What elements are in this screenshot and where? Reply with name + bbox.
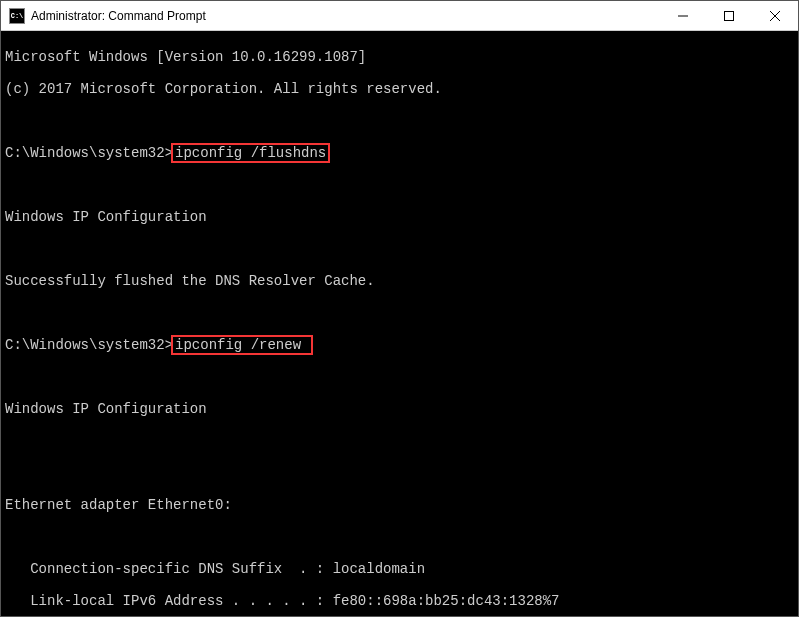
blank-line (5, 113, 794, 129)
prompt-path: C:\Windows\system32> (5, 337, 173, 353)
flush-success: Successfully flushed the DNS Resolver Ca… (5, 273, 794, 289)
cmd-flushdns-highlight: ipconfig /flushdns (171, 143, 330, 163)
minimize-button[interactable] (660, 1, 706, 30)
blank-line (5, 433, 794, 449)
titlebar[interactable]: C:\ Administrator: Command Prompt (1, 1, 798, 31)
copyright-line: (c) 2017 Microsoft Corporation. All righ… (5, 81, 794, 97)
cmd-renew-highlight: ipconfig /renew (171, 335, 313, 355)
version-line: Microsoft Windows [Version 10.0.16299.10… (5, 49, 794, 65)
cmd-window: C:\ Administrator: Command Prompt Micros… (0, 0, 799, 617)
ethernet-adapter-header: Ethernet adapter Ethernet0: (5, 497, 794, 513)
blank-line (5, 465, 794, 481)
maximize-button[interactable] (706, 1, 752, 30)
prompt-path: C:\Windows\system32> (5, 145, 173, 161)
minimize-icon (678, 11, 688, 21)
maximize-icon (724, 11, 734, 21)
ipconfig-header: Windows IP Configuration (5, 209, 794, 225)
window-title: Administrator: Command Prompt (31, 9, 660, 23)
blank-line (5, 305, 794, 321)
dns-suffix-line: Connection-specific DNS Suffix . : local… (5, 561, 794, 577)
cmd-icon: C:\ (9, 8, 25, 24)
close-icon (770, 11, 780, 21)
blank-line (5, 529, 794, 545)
terminal-output[interactable]: Microsoft Windows [Version 10.0.16299.10… (1, 31, 798, 616)
blank-line (5, 177, 794, 193)
svg-rect-1 (725, 11, 734, 20)
prompt-line-1: C:\Windows\system32>ipconfig /flushdns (5, 145, 794, 161)
blank-line (5, 241, 794, 257)
close-button[interactable] (752, 1, 798, 30)
prompt-line-2: C:\Windows\system32>ipconfig /renew (5, 337, 794, 353)
blank-line (5, 369, 794, 385)
ipconfig-header: Windows IP Configuration (5, 401, 794, 417)
window-controls (660, 1, 798, 30)
ipv6-linklocal-line: Link-local IPv6 Address . . . . . : fe80… (5, 593, 794, 609)
